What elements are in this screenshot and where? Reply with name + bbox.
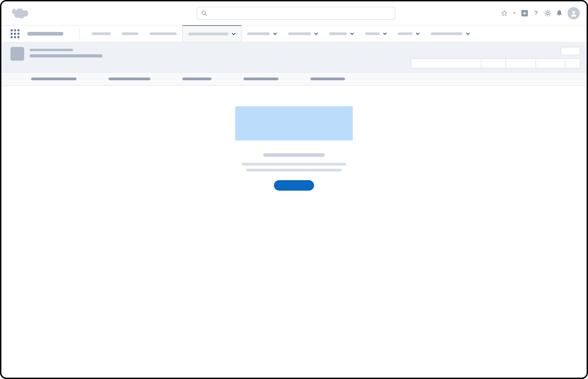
- chevron-down-icon[interactable]: [383, 32, 387, 36]
- chevron-down-icon[interactable]: [232, 32, 236, 36]
- record-action-3[interactable]: [536, 58, 565, 68]
- record-action-4[interactable]: [565, 58, 580, 68]
- svg-point-13: [572, 11, 575, 14]
- nav-tab-5[interactable]: [283, 26, 324, 42]
- record-action-2[interactable]: [506, 58, 536, 68]
- nav-tab-label: [92, 32, 111, 35]
- empty-state: [235, 106, 353, 191]
- nav-tab-3[interactable]: [182, 25, 241, 42]
- nav-tab-7[interactable]: [360, 26, 392, 42]
- nav-tab-label: [188, 33, 228, 35]
- app-nav-bar: [1, 26, 587, 42]
- record-tab-2[interactable]: [182, 78, 211, 80]
- empty-state-text-2: [246, 169, 342, 172]
- nav-tab-9[interactable]: [425, 26, 475, 42]
- record-name: [30, 54, 103, 58]
- record-body: [1, 86, 587, 191]
- nav-separator: [79, 28, 80, 40]
- svg-line-10: [549, 15, 550, 16]
- search-input[interactable]: [210, 11, 391, 16]
- record-object-label: [30, 49, 73, 51]
- notifications-bell-icon[interactable]: [556, 10, 562, 17]
- salesforce-cloud-icon: [11, 7, 28, 19]
- nav-tab-label: [288, 32, 311, 35]
- nav-tab-0[interactable]: [86, 26, 116, 42]
- nav-tab-1[interactable]: [116, 26, 144, 42]
- nav-tab-2[interactable]: [144, 26, 182, 42]
- search-icon: [201, 10, 207, 16]
- nav-tab-8[interactable]: [392, 26, 425, 42]
- svg-line-11: [549, 11, 550, 12]
- global-actions-icon[interactable]: [521, 10, 528, 16]
- record-tab-1[interactable]: [108, 78, 151, 80]
- svg-line-1: [205, 14, 207, 16]
- nav-tab-4[interactable]: [241, 26, 283, 42]
- setup-gear-icon[interactable]: [544, 10, 551, 17]
- record-tab-4[interactable]: [310, 78, 345, 80]
- record-object-icon: [11, 47, 24, 61]
- empty-state-text-1: [241, 163, 347, 166]
- chevron-down-icon[interactable]: [350, 32, 354, 36]
- global-search[interactable]: [197, 7, 395, 20]
- nav-tab-label: [431, 32, 463, 35]
- record-tabs: [1, 73, 587, 86]
- empty-state-cta-button[interactable]: [274, 180, 314, 191]
- favorites-icon[interactable]: [501, 10, 508, 17]
- empty-state-illustration: [235, 106, 353, 141]
- nav-tab-label: [398, 32, 412, 35]
- svg-line-9: [546, 11, 546, 12]
- nav-tab-label: [365, 32, 380, 35]
- empty-state-title: [263, 153, 325, 157]
- record-action-0[interactable]: [411, 58, 481, 68]
- header-utilities: ?: [501, 7, 580, 19]
- record-tab-0[interactable]: [31, 78, 76, 80]
- svg-line-12: [546, 15, 546, 16]
- nav-tab-6[interactable]: [324, 26, 360, 42]
- app-launcher-icon: [11, 29, 20, 38]
- record-header: [1, 42, 587, 73]
- nav-tab-label: [150, 32, 177, 35]
- user-avatar[interactable]: [568, 7, 580, 19]
- nav-tab-label: [247, 32, 270, 35]
- nav-tab-label: [329, 32, 347, 35]
- favorites-chevron-icon[interactable]: [513, 11, 516, 15]
- follow-button[interactable]: [561, 47, 580, 55]
- chevron-down-icon[interactable]: [314, 32, 318, 36]
- svg-point-4: [546, 12, 549, 14]
- app-name: [27, 32, 63, 36]
- svg-text:?: ?: [534, 10, 538, 16]
- app-launcher-button[interactable]: [11, 26, 71, 42]
- nav-tab-label: [122, 32, 138, 35]
- chevron-down-icon[interactable]: [273, 32, 277, 36]
- record-action-1[interactable]: [481, 58, 506, 68]
- chevron-down-icon[interactable]: [416, 32, 420, 36]
- global-header: ?: [1, 1, 587, 26]
- record-tab-3[interactable]: [243, 78, 278, 80]
- chevron-down-icon[interactable]: [466, 32, 470, 36]
- help-icon[interactable]: ?: [533, 10, 539, 16]
